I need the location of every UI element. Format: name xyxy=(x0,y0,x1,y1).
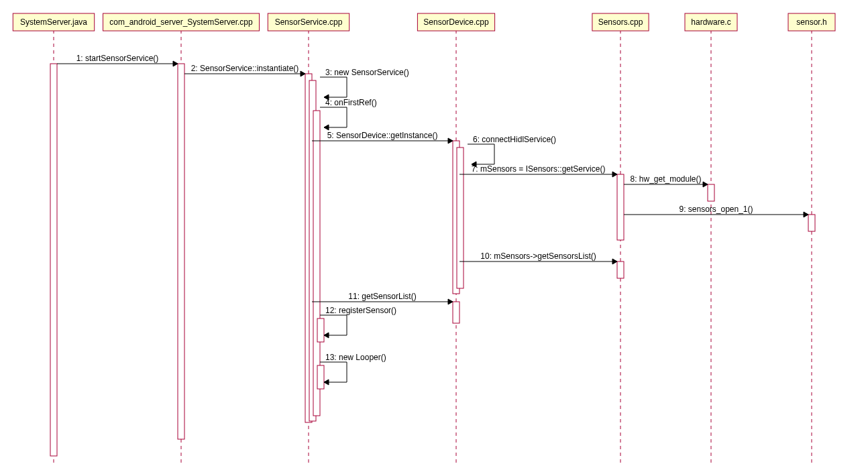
svg-marker-10 xyxy=(448,299,453,304)
participant-label-p1: SystemServer.java xyxy=(20,17,87,27)
message-label-1: 1: startSensorService() xyxy=(76,54,159,63)
message-label-7: 7: mSensors = ISensors::getService() xyxy=(472,164,606,174)
message-label-3: 3: new SensorService() xyxy=(325,68,409,77)
svg-marker-8 xyxy=(804,212,808,217)
svg-marker-9 xyxy=(612,259,617,264)
svg-marker-0 xyxy=(173,61,178,66)
svg-marker-4 xyxy=(448,138,453,143)
svg-marker-7 xyxy=(703,182,708,187)
activation-p1 xyxy=(50,64,57,456)
message-label-12: 12: registerSensor() xyxy=(325,306,396,315)
message-arrow-6 xyxy=(468,144,494,164)
message-label-8: 8: hw_get_module() xyxy=(630,174,701,184)
participant-label-p7: sensor.h xyxy=(796,17,826,27)
svg-marker-3 xyxy=(324,125,329,130)
message-label-4: 4: onFirstRef() xyxy=(325,98,377,107)
activation-p5 xyxy=(617,174,624,240)
message-arrow-4 xyxy=(320,107,347,127)
activation-p3 xyxy=(317,318,324,342)
activation-p7 xyxy=(808,215,815,231)
message-label-5: 5: SensorDevice::getInstance() xyxy=(327,131,438,140)
participant-label-p2: com_android_server_SystemServer.cpp xyxy=(109,17,253,27)
message-arrow-3 xyxy=(320,77,347,97)
message-label-13: 13: new Looper() xyxy=(325,353,386,362)
message-label-6: 6: connectHidlService() xyxy=(473,135,556,144)
activation-p2 xyxy=(178,64,184,439)
message-label-2: 2: SensorService::instantiate() xyxy=(191,64,299,73)
svg-marker-11 xyxy=(324,333,329,338)
message-label-11: 11: getSensorList() xyxy=(348,292,416,301)
svg-marker-6 xyxy=(612,172,617,177)
activation-p4 xyxy=(453,302,459,323)
participant-label-p3: SensorService.cpp xyxy=(275,17,343,27)
message-label-10: 10: mSensors->getSensorsList() xyxy=(480,251,596,261)
participant-label-p5: Sensors.cpp xyxy=(598,17,643,27)
activation-p5 xyxy=(617,261,624,278)
svg-marker-12 xyxy=(324,380,329,385)
sequence-diagram: SystemServer.javacom_android_server_Syst… xyxy=(0,0,868,466)
participant-label-p6: hardware.c xyxy=(691,17,730,27)
activation-p3 xyxy=(317,365,324,389)
svg-marker-1 xyxy=(301,71,305,76)
activation-p4 xyxy=(457,148,464,288)
activation-p6 xyxy=(708,184,714,201)
participant-label-p4: SensorDevice.cpp xyxy=(423,17,489,27)
message-label-9: 9: sensors_open_1() xyxy=(679,205,753,214)
